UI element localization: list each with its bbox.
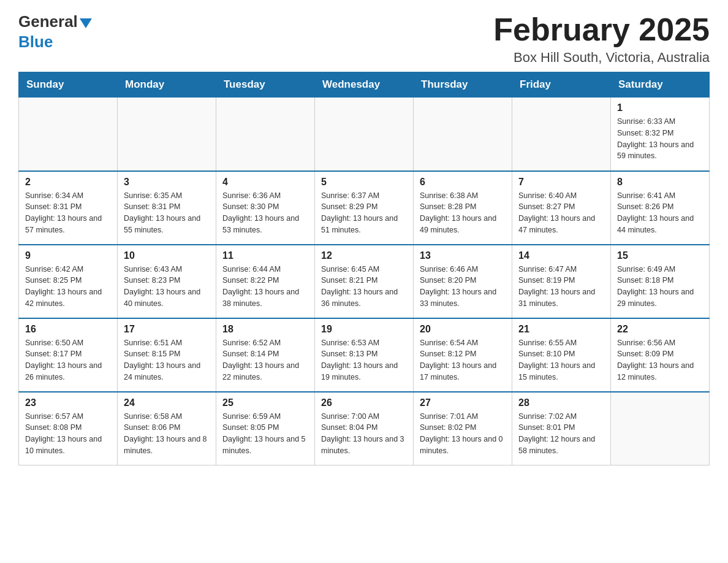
calendar-col-thursday: Thursday	[414, 72, 512, 98]
day-number: 20	[420, 324, 506, 335]
calendar-cell: 13Sunrise: 6:46 AMSunset: 8:20 PMDayligh…	[414, 245, 512, 318]
calendar-cell: 4Sunrise: 6:36 AMSunset: 8:30 PMDaylight…	[216, 171, 315, 245]
day-number: 22	[617, 324, 703, 335]
calendar-week-row: 2Sunrise: 6:34 AMSunset: 8:31 PMDaylight…	[19, 171, 710, 245]
day-number: 21	[518, 324, 604, 335]
calendar-cell: 9Sunrise: 6:42 AMSunset: 8:25 PMDaylight…	[19, 245, 118, 318]
calendar-cell: 26Sunrise: 7:00 AMSunset: 8:04 PMDayligh…	[315, 392, 414, 465]
calendar-week-row: 16Sunrise: 6:50 AMSunset: 8:17 PMDayligh…	[19, 318, 710, 392]
calendar-cell: 16Sunrise: 6:50 AMSunset: 8:17 PMDayligh…	[19, 318, 118, 392]
day-info: Sunrise: 6:55 AMSunset: 8:10 PMDaylight:…	[518, 337, 604, 383]
day-number: 2	[25, 177, 111, 188]
day-info: Sunrise: 6:58 AMSunset: 8:06 PMDaylight:…	[124, 411, 210, 457]
day-info: Sunrise: 6:47 AMSunset: 8:19 PMDaylight:…	[518, 264, 604, 310]
calendar-cell: 3Sunrise: 6:35 AMSunset: 8:31 PMDaylight…	[118, 171, 216, 245]
day-info: Sunrise: 6:41 AMSunset: 8:26 PMDaylight:…	[617, 190, 703, 236]
day-number: 13	[420, 250, 506, 261]
calendar-cell	[611, 392, 710, 465]
calendar-cell: 1Sunrise: 6:33 AMSunset: 8:32 PMDaylight…	[611, 98, 710, 171]
day-info: Sunrise: 6:35 AMSunset: 8:31 PMDaylight:…	[124, 190, 210, 236]
day-number: 4	[222, 177, 308, 188]
calendar-cell: 22Sunrise: 6:56 AMSunset: 8:09 PMDayligh…	[611, 318, 710, 392]
day-number: 11	[222, 250, 308, 261]
day-number: 24	[124, 397, 210, 408]
calendar-col-monday: Monday	[118, 72, 216, 98]
day-info: Sunrise: 6:50 AMSunset: 8:17 PMDaylight:…	[25, 337, 111, 383]
calendar-col-tuesday: Tuesday	[216, 72, 315, 98]
calendar-cell: 24Sunrise: 6:58 AMSunset: 8:06 PMDayligh…	[118, 392, 216, 465]
calendar-cell: 6Sunrise: 6:38 AMSunset: 8:28 PMDaylight…	[414, 171, 512, 245]
day-info: Sunrise: 6:52 AMSunset: 8:14 PMDaylight:…	[222, 337, 308, 383]
logo: General Blue	[18, 12, 92, 52]
title-block: February 2025 Box Hill South, Victoria, …	[493, 12, 710, 66]
calendar-col-wednesday: Wednesday	[315, 72, 414, 98]
calendar-cell	[216, 98, 315, 171]
day-info: Sunrise: 7:02 AMSunset: 8:01 PMDaylight:…	[518, 411, 604, 457]
day-number: 12	[321, 250, 407, 261]
calendar-col-sunday: Sunday	[19, 72, 118, 98]
day-number: 25	[222, 397, 308, 408]
day-info: Sunrise: 7:00 AMSunset: 8:04 PMDaylight:…	[321, 411, 407, 457]
day-number: 1	[617, 102, 703, 113]
logo-general-text: General	[18, 12, 78, 31]
day-number: 9	[25, 250, 111, 261]
calendar-week-row: 1Sunrise: 6:33 AMSunset: 8:32 PMDaylight…	[19, 98, 710, 171]
calendar-cell	[315, 98, 414, 171]
calendar-col-saturday: Saturday	[611, 72, 710, 98]
calendar-cell: 28Sunrise: 7:02 AMSunset: 8:01 PMDayligh…	[512, 392, 611, 465]
calendar-cell: 17Sunrise: 6:51 AMSunset: 8:15 PMDayligh…	[118, 318, 216, 392]
calendar-cell	[118, 98, 216, 171]
day-number: 17	[124, 324, 210, 335]
day-info: Sunrise: 6:45 AMSunset: 8:21 PMDaylight:…	[321, 264, 407, 310]
calendar-cell: 7Sunrise: 6:40 AMSunset: 8:27 PMDaylight…	[512, 171, 611, 245]
calendar-cell: 27Sunrise: 7:01 AMSunset: 8:02 PMDayligh…	[414, 392, 512, 465]
day-number: 10	[124, 250, 210, 261]
calendar-table: SundayMondayTuesdayWednesdayThursdayFrid…	[18, 72, 710, 465]
calendar-cell: 20Sunrise: 6:54 AMSunset: 8:12 PMDayligh…	[414, 318, 512, 392]
day-number: 14	[518, 250, 604, 261]
calendar-week-row: 23Sunrise: 6:57 AMSunset: 8:08 PMDayligh…	[19, 392, 710, 465]
day-info: Sunrise: 6:40 AMSunset: 8:27 PMDaylight:…	[518, 190, 604, 236]
calendar-cell: 12Sunrise: 6:45 AMSunset: 8:21 PMDayligh…	[315, 245, 414, 318]
day-info: Sunrise: 6:57 AMSunset: 8:08 PMDaylight:…	[25, 411, 111, 457]
day-number: 3	[124, 177, 210, 188]
calendar-cell	[414, 98, 512, 171]
day-number: 27	[420, 397, 506, 408]
day-info: Sunrise: 6:42 AMSunset: 8:25 PMDaylight:…	[25, 264, 111, 310]
day-number: 28	[518, 397, 604, 408]
logo-triangle-icon	[80, 18, 92, 28]
day-number: 16	[25, 324, 111, 335]
day-info: Sunrise: 7:01 AMSunset: 8:02 PMDaylight:…	[420, 411, 506, 457]
calendar-cell: 21Sunrise: 6:55 AMSunset: 8:10 PMDayligh…	[512, 318, 611, 392]
day-info: Sunrise: 6:33 AMSunset: 8:32 PMDaylight:…	[617, 116, 703, 162]
day-number: 19	[321, 324, 407, 335]
day-number: 15	[617, 250, 703, 261]
calendar-cell: 11Sunrise: 6:44 AMSunset: 8:22 PMDayligh…	[216, 245, 315, 318]
day-info: Sunrise: 6:46 AMSunset: 8:20 PMDaylight:…	[420, 264, 506, 310]
page-title: February 2025	[493, 12, 710, 47]
day-number: 18	[222, 324, 308, 335]
day-info: Sunrise: 6:51 AMSunset: 8:15 PMDaylight:…	[124, 337, 210, 383]
day-info: Sunrise: 6:37 AMSunset: 8:29 PMDaylight:…	[321, 190, 407, 236]
day-info: Sunrise: 6:34 AMSunset: 8:31 PMDaylight:…	[25, 190, 111, 236]
calendar-cell: 15Sunrise: 6:49 AMSunset: 8:18 PMDayligh…	[611, 245, 710, 318]
day-number: 8	[617, 177, 703, 188]
day-number: 23	[25, 397, 111, 408]
day-number: 6	[420, 177, 506, 188]
calendar-week-row: 9Sunrise: 6:42 AMSunset: 8:25 PMDaylight…	[19, 245, 710, 318]
day-info: Sunrise: 6:49 AMSunset: 8:18 PMDaylight:…	[617, 264, 703, 310]
calendar-cell: 8Sunrise: 6:41 AMSunset: 8:26 PMDaylight…	[611, 171, 710, 245]
calendar-cell	[512, 98, 611, 171]
day-number: 7	[518, 177, 604, 188]
calendar-cell: 18Sunrise: 6:52 AMSunset: 8:14 PMDayligh…	[216, 318, 315, 392]
calendar-cell: 25Sunrise: 6:59 AMSunset: 8:05 PMDayligh…	[216, 392, 315, 465]
calendar-cell: 23Sunrise: 6:57 AMSunset: 8:08 PMDayligh…	[19, 392, 118, 465]
logo-blue-text: Blue	[18, 33, 53, 51]
day-info: Sunrise: 6:59 AMSunset: 8:05 PMDaylight:…	[222, 411, 308, 457]
day-info: Sunrise: 6:36 AMSunset: 8:30 PMDaylight:…	[222, 190, 308, 236]
day-info: Sunrise: 6:38 AMSunset: 8:28 PMDaylight:…	[420, 190, 506, 236]
day-info: Sunrise: 6:43 AMSunset: 8:23 PMDaylight:…	[124, 264, 210, 310]
calendar-cell: 10Sunrise: 6:43 AMSunset: 8:23 PMDayligh…	[118, 245, 216, 318]
calendar-col-friday: Friday	[512, 72, 611, 98]
calendar-cell: 2Sunrise: 6:34 AMSunset: 8:31 PMDaylight…	[19, 171, 118, 245]
